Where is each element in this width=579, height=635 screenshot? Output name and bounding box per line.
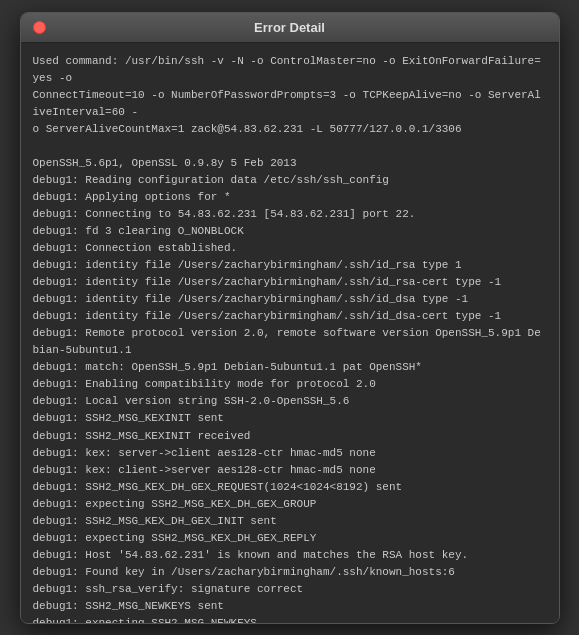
error-detail-modal: Error Detail Used command: /usr/bin/ssh … [20, 12, 560, 624]
close-button[interactable] [33, 21, 46, 34]
modal-overlay: Error Detail Used command: /usr/bin/ssh … [0, 0, 579, 635]
modal-title: Error Detail [21, 20, 559, 35]
modal-titlebar: Error Detail [21, 13, 559, 43]
modal-body[interactable]: Used command: /usr/bin/ssh -v -N -o Cont… [21, 43, 559, 623]
log-content: Used command: /usr/bin/ssh -v -N -o Cont… [33, 53, 547, 623]
